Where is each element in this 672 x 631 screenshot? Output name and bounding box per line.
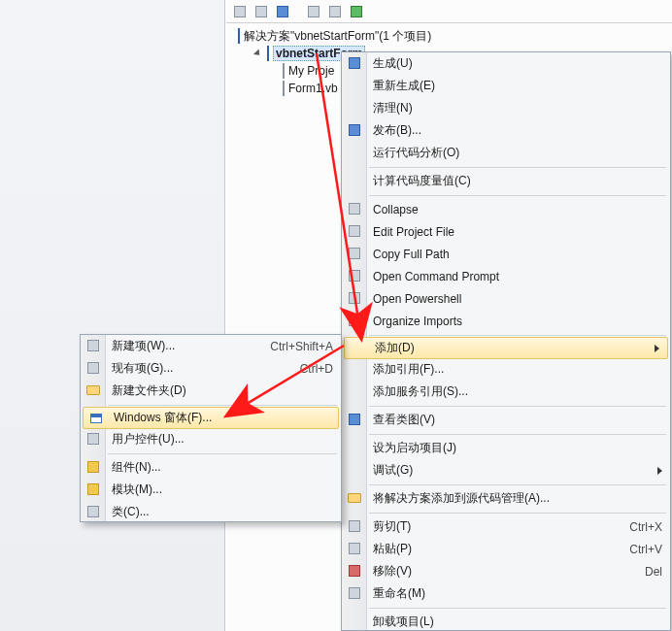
- ctx-unload[interactable]: 卸载项目(L): [342, 611, 670, 631]
- menu-item-label: Open Command Prompt: [373, 270, 662, 283]
- collapse-icon: [347, 201, 362, 216]
- ctx-metrics[interactable]: 计算代码度量值(C): [342, 170, 670, 192]
- ctx-addsvc[interactable]: 添加服务引用(S)...: [342, 381, 670, 403]
- menu-item-label: Collapse: [373, 203, 662, 216]
- add-existitem[interactable]: 现有项(G)...Ctrl+D: [81, 357, 341, 380]
- ctx-publish[interactable]: 发布(B)...: [342, 119, 670, 142]
- menu-item-label: 添加引用(F)...: [373, 361, 662, 378]
- menu-item-shortcut: Del: [645, 565, 662, 579]
- ctx-rename[interactable]: 重命名(M): [342, 582, 670, 605]
- ctx-rebuild[interactable]: 重新生成(E): [342, 75, 670, 97]
- ps-icon: [347, 290, 362, 306]
- ctx-org[interactable]: Organize Imports: [342, 310, 670, 332]
- ctx-cut[interactable]: 剪切(T)Ctrl+X: [342, 515, 670, 538]
- ctx-build[interactable]: 生成(U): [342, 52, 670, 75]
- component-icon: [85, 459, 101, 475]
- menu-item-label: 计算代码度量值(C): [373, 173, 662, 189]
- add-component[interactable]: 组件(N)...: [81, 456, 341, 479]
- menu-item-label: 卸载项目(L): [373, 614, 662, 630]
- menu-item-shortcut: Ctrl+Shift+A: [270, 340, 333, 353]
- ctx-clean[interactable]: 清理(N): [342, 97, 670, 119]
- existitem-icon: [85, 360, 101, 376]
- vb-project-icon: [267, 47, 269, 60]
- cmd-icon: [347, 268, 362, 283]
- menu-item-label: 运行代码分析(O): [373, 145, 662, 161]
- menu-item-label: Windows 窗体(F)...: [114, 410, 330, 426]
- menu-item-label: 组件(N)...: [112, 459, 333, 476]
- class-icon: [85, 504, 101, 519]
- ctx-collapse[interactable]: Collapse: [342, 198, 670, 220]
- expander-icon[interactable]: [253, 49, 263, 58]
- menu-item-label: 添加(D): [375, 340, 649, 356]
- paste-icon: [347, 541, 362, 556]
- copy-icon: [347, 246, 362, 261]
- menu-item-label: 查看类图(V): [373, 412, 662, 428]
- add-usercontrol[interactable]: 用户控件(U)...: [81, 428, 341, 450]
- ctx-cmd[interactable]: Open Command Prompt: [342, 265, 670, 287]
- menu-item-label: 模块(M)...: [112, 482, 333, 498]
- menu-item-label: Edit Project File: [373, 225, 662, 239]
- ctx-classview[interactable]: 查看类图(V): [342, 409, 670, 431]
- menu-item-label: Open Powershell: [373, 292, 662, 306]
- ctx-copypath[interactable]: Copy Full Path: [342, 243, 670, 265]
- menu-item-label: 发布(B)...: [373, 122, 662, 139]
- add-winform[interactable]: Windows 窗体(F)...: [83, 407, 339, 429]
- menu-item-label: 添加服务引用(S)...: [373, 383, 662, 400]
- ctx-editproj[interactable]: Edit Project File: [342, 220, 670, 243]
- build-icon: [347, 55, 362, 71]
- properties-icon[interactable]: [253, 4, 269, 19]
- wrench-icon[interactable]: [327, 4, 343, 19]
- menu-item-label: 移除(V): [373, 563, 645, 580]
- project-item-label: Form1.vb: [288, 82, 338, 95]
- add-class[interactable]: 类(C)...: [81, 501, 341, 523]
- menu-item-label: 用户控件(U)...: [112, 431, 333, 448]
- edit-icon: [347, 223, 362, 239]
- ctx-addref[interactable]: 添加引用(F)...: [342, 358, 670, 381]
- ctx-scc[interactable]: 将解决方案添加到源代码管理(A)...: [342, 487, 670, 510]
- ctx-analyze[interactable]: 运行代码分析(O): [342, 142, 670, 164]
- refresh-icon[interactable]: [275, 4, 290, 19]
- ctx-delete[interactable]: 移除(V)Del: [342, 560, 670, 582]
- search-icon[interactable]: [306, 4, 321, 19]
- menu-item-label: 设为启动项目(J): [373, 440, 662, 456]
- menu-item-label: 新建项(W)...: [112, 338, 270, 354]
- menu-item-label: 新建文件夹(D): [112, 382, 333, 399]
- form-icon: [88, 411, 104, 426]
- project-item-label: My Proje: [288, 64, 334, 78]
- scc-icon: [347, 490, 362, 506]
- classview-icon: [347, 412, 362, 427]
- menu-item-label: Organize Imports: [373, 315, 662, 328]
- add-module[interactable]: 模块(M)...: [81, 479, 341, 501]
- add-newfolder[interactable]: 新建文件夹(D): [81, 380, 341, 402]
- rename-icon: [347, 585, 362, 601]
- menu-item-label: 清理(N): [373, 100, 662, 116]
- show-all-icon[interactable]: [349, 4, 364, 19]
- cut-icon: [347, 518, 362, 534]
- menu-item-shortcut: Ctrl+D: [300, 362, 333, 376]
- module-icon: [85, 482, 101, 497]
- solution-icon: [238, 29, 240, 43]
- project-context-menu: 生成(U)重新生成(E)清理(N)发布(B)...运行代码分析(O)计算代码度量…: [341, 51, 671, 631]
- ctx-add[interactable]: 添加(D): [344, 337, 668, 359]
- ctx-debug[interactable]: 调试(G): [342, 459, 670, 482]
- add-submenu: 新建项(W)...Ctrl+Shift+A现有项(G)...Ctrl+D新建文件…: [80, 334, 342, 522]
- submenu-arrow-icon: [655, 345, 659, 352]
- menu-item-label: 重新生成(E): [373, 78, 662, 94]
- menu-item-label: 将解决方案添加到源代码管理(A)...: [373, 490, 662, 507]
- delete-icon: [347, 563, 362, 579]
- menu-item-shortcut: Ctrl+X: [629, 520, 662, 534]
- copy-icon[interactable]: [232, 4, 248, 19]
- publish-icon: [347, 122, 362, 138]
- menu-item-label: 类(C)...: [112, 504, 333, 520]
- add-newitem[interactable]: 新建项(W)...Ctrl+Shift+A: [81, 335, 341, 357]
- ctx-startup[interactable]: 设为启动项目(J): [342, 437, 670, 459]
- newitem-icon: [85, 338, 101, 353]
- menu-item-shortcut: Ctrl+V: [629, 543, 662, 556]
- solution-label: 解决方案"vbnetStartForm"(1 个项目): [244, 28, 431, 45]
- vb-file-icon: [283, 82, 285, 95]
- ctx-ps[interactable]: Open Powershell: [342, 287, 670, 310]
- solution-node[interactable]: 解决方案"vbnetStartForm"(1 个项目): [238, 27, 672, 45]
- menu-item-label: 生成(U): [373, 55, 662, 72]
- ctx-paste[interactable]: 粘贴(P)Ctrl+V: [342, 538, 670, 560]
- menu-item-label: 调试(G): [373, 462, 652, 479]
